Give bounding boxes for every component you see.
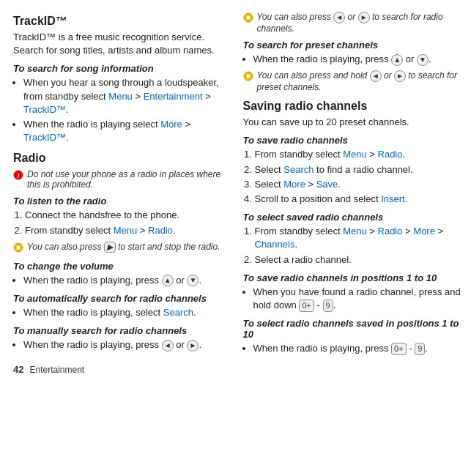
listen-heading: To listen to the radio: [13, 196, 229, 207]
preset-channels-list: When the radio is playing, press ▲ or ▼.: [253, 53, 461, 66]
nine-key-2: 9: [415, 343, 425, 355]
list-item: When you have found a radio channel, pre…: [253, 286, 461, 312]
list-item: From standby select Menu > Radio.: [255, 148, 461, 161]
radio-warning-text: Do not use your phone as a radio in plac…: [27, 169, 229, 190]
save-positions-heading: To save radio channels in positions 1 to…: [243, 272, 461, 283]
select-saved-list: From standby select Menu > Radio > More …: [255, 225, 461, 267]
radio-title: Radio: [13, 152, 229, 165]
list-item: When the radio is playing select More > …: [23, 118, 229, 144]
list-item: Scroll to a position and select Insert.: [255, 193, 461, 206]
note-press-hold: You can also press and hold ◄ or ► to se…: [243, 70, 461, 92]
left-key-3: ◄: [370, 70, 382, 82]
save-channels-heading: To save radio channels: [243, 135, 461, 146]
svg-point-3: [17, 245, 21, 249]
list-item: Select a radio channel.: [255, 253, 461, 267]
manual-search-heading: To manually search for radio channels: [13, 325, 229, 336]
list-item: Connect the handsfree to the phone.: [25, 209, 229, 222]
list-item: Select Search to find a radio channel.: [255, 163, 461, 176]
channels-link[interactable]: Channels: [255, 239, 295, 250]
list-item: When the radio is playing, press ▲ or ▼.: [23, 274, 229, 287]
manual-search-list: When the radio is playing, press ◄ or ►.: [23, 338, 229, 352]
insert-link[interactable]: Insert: [381, 193, 405, 204]
select-saved-heading: To select saved radio channels: [243, 212, 461, 223]
svg-point-9: [246, 16, 250, 20]
list-item: Select More > Save.: [255, 178, 461, 191]
search-song-heading: To search for song information: [13, 63, 229, 74]
more-link-3[interactable]: More: [413, 226, 435, 237]
page-footer: 42 Entertainment: [0, 358, 471, 375]
note-also-press: You can also press ◄ or ► to search for …: [243, 12, 461, 34]
change-volume-heading: To change the volume: [13, 261, 229, 272]
page-number: 42: [13, 364, 23, 375]
saving-title: Saving radio channels: [243, 100, 461, 113]
radio-link-3[interactable]: Radio: [378, 226, 403, 237]
left-column: TrackID™ TrackID™ is a free music recogn…: [0, 7, 236, 358]
menu-link-2[interactable]: Menu: [114, 225, 138, 236]
left-key-1: ◄: [162, 340, 174, 352]
note-press-hold-text: You can also press and hold ◄ or ► to se…: [257, 70, 461, 92]
menu-link[interactable]: Menu: [108, 91, 133, 102]
nine-key-1: 9: [323, 300, 333, 312]
listen-steps-list: Connect the handsfree to the phone. From…: [25, 209, 229, 237]
trackid-title: TrackID™: [13, 15, 229, 28]
footer-label: Entertainment: [29, 365, 84, 375]
list-item: When you hear a song through a loudspeak…: [23, 76, 229, 116]
list-item: When the radio is playing, select Search…: [23, 306, 229, 319]
note-start-stop: You can also press ▶ to start and stop t…: [13, 242, 229, 255]
note-also-press-text: You can also press ◄ or ► to search for …: [257, 12, 461, 34]
saving-desc: You can save up to 20 preset channels.: [243, 116, 461, 129]
search-link-1[interactable]: Search: [163, 307, 193, 318]
down-key-2: ▼: [417, 54, 429, 66]
up-key-2: ▲: [391, 54, 403, 66]
page-content: TrackID™ TrackID™ is a free music recogn…: [0, 7, 471, 358]
select-positions-heading: To select radio channels saved in positi…: [243, 318, 461, 340]
save-positions-list: When you have found a radio channel, pre…: [253, 286, 461, 312]
tip-icon-2: [243, 12, 253, 25]
trackid-link-2[interactable]: TrackID™: [23, 132, 66, 143]
down-key: ▼: [187, 275, 199, 286]
play-key: ▶: [104, 242, 116, 253]
left-key-2: ◄: [333, 12, 345, 23]
right-key-1: ►: [187, 340, 199, 352]
save-link[interactable]: Save: [316, 179, 338, 190]
zero-plus-key-2: 0+: [391, 343, 407, 355]
right-column: You can also press ◄ or ► to search for …: [236, 7, 472, 358]
menu-link-4[interactable]: Menu: [343, 226, 367, 237]
list-item: From standby select Menu > Radio > More …: [255, 225, 461, 251]
more-link-2[interactable]: More: [283, 179, 305, 190]
select-positions-list: When the radio is playing, press 0+ - 9.: [253, 342, 461, 355]
list-item: When the radio is playing, press ◄ or ►.: [23, 338, 229, 352]
auto-search-heading: To automatically search for radio channe…: [13, 293, 229, 304]
change-volume-list: When the radio is playing, press ▲ or ▼.: [23, 274, 229, 287]
search-link-2[interactable]: Search: [283, 164, 314, 175]
list-item: When the radio is playing, press 0+ - 9.: [253, 342, 461, 355]
menu-link-3[interactable]: Menu: [343, 149, 367, 160]
tip-icon-3: [243, 71, 253, 83]
list-item: When the radio is playing, press ▲ or ▼.: [253, 53, 461, 66]
note-start-stop-text: You can also press ▶ to start and stop t…: [27, 242, 220, 253]
up-key: ▲: [162, 275, 174, 286]
radio-warning-box: ! Do not use your phone as a radio in pl…: [13, 169, 229, 190]
radio-link-1[interactable]: Radio: [148, 225, 173, 236]
entertainment-link[interactable]: Entertainment: [144, 91, 203, 102]
right-key-2: ►: [358, 12, 370, 23]
trackid-desc: TrackID™ is a free music recognition ser…: [13, 31, 229, 57]
preset-channels-heading: To search for preset channels: [243, 40, 461, 51]
zero-plus-key: 0+: [299, 300, 314, 312]
auto-search-list: When the radio is playing, select Search…: [23, 306, 229, 319]
trackid-link[interactable]: TrackID™: [23, 104, 66, 115]
list-item: From standby select Menu > Radio.: [25, 224, 229, 237]
radio-link-2[interactable]: Radio: [378, 149, 403, 160]
tip-icon-1: [13, 242, 23, 255]
search-song-list: When you hear a song through a loudspeak…: [23, 76, 229, 144]
warning-icon: !: [13, 170, 23, 182]
right-key-3: ►: [394, 70, 406, 82]
svg-text:!: !: [18, 172, 20, 179]
save-steps-list: From standby select Menu > Radio. Select…: [255, 148, 461, 206]
svg-point-15: [246, 75, 250, 78]
more-link-1[interactable]: More: [160, 119, 182, 130]
